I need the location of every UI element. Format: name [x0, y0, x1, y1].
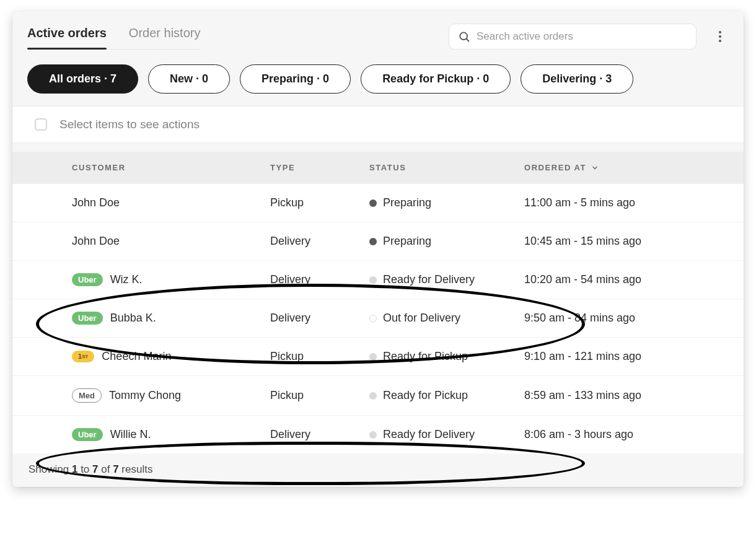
search-icon [458, 30, 470, 43]
status-dot-icon [369, 276, 377, 284]
customer-cell: John Doe [72, 196, 270, 209]
table-row[interactable]: 1STCheech MarinPickupReady for Pickup9:1… [12, 337, 744, 375]
ordered-at-cell: 10:45 am - 15 mins ago [524, 235, 729, 248]
ordered-at-cell: 9:50 am - 84 mins ago [524, 312, 729, 325]
type-cell: Delivery [270, 273, 369, 286]
status-cell: Ready for Delivery [369, 428, 524, 441]
results-summary: Showing 1 to 7 of 7 results [12, 453, 744, 479]
search-box[interactable] [449, 24, 697, 50]
table-row[interactable]: John DoePickupPreparing11:00 am - 5 mins… [12, 183, 744, 222]
status-cell: Preparing [369, 235, 524, 248]
type-cell: Delivery [270, 312, 369, 325]
ordered-at-cell: 9:10 am - 121 mins ago [524, 350, 729, 363]
tab-active-orders[interactable]: Active orders [27, 24, 107, 49]
customer-cell: John Doe [72, 235, 270, 248]
table-row[interactable]: UberWiz K.DeliveryReady for Delivery10:2… [12, 260, 744, 299]
status-text: Ready for Delivery [383, 273, 475, 286]
status-cell: Preparing [369, 196, 524, 209]
type-cell: Delivery [270, 235, 369, 248]
ordered-at-cell: 10:20 am - 54 mins ago [524, 273, 729, 286]
ordered-at-cell: 11:00 am - 5 mins ago [524, 196, 729, 209]
col-customer[interactable]: CUSTOMER [72, 163, 270, 172]
type-cell: Pickup [270, 350, 369, 363]
select-all-checkbox[interactable] [35, 118, 47, 131]
status-text: Ready for Pickup [383, 350, 468, 363]
status-text: Preparing [383, 235, 431, 248]
status-dot-icon [369, 238, 377, 245]
ordered-at-cell: 8:59 am - 133 mins ago [524, 389, 729, 402]
status-cell: Ready for Pickup [369, 350, 524, 363]
type-cell: Delivery [270, 428, 369, 441]
status-dot-icon [369, 315, 377, 322]
source-badge: Med [72, 388, 102, 403]
source-badge: Uber [72, 312, 103, 325]
customer-cell: MedTommy Chong [72, 388, 270, 403]
type-cell: Pickup [270, 389, 369, 402]
orders-panel: Active orders Order history All orders ·… [12, 11, 744, 487]
customer-name: Wiz K. [110, 273, 143, 286]
status-dot-icon [369, 392, 377, 400]
status-cell: Ready for Delivery [369, 273, 524, 286]
customer-name: Cheech Marin [102, 350, 171, 363]
table-row[interactable]: UberBubba K.DeliveryOut for Delivery9:50… [12, 299, 744, 337]
bulk-select-bar: Select items to see actions [12, 106, 744, 143]
filter-chips: All orders · 7New · 0Preparing · 0Ready … [12, 50, 744, 106]
orders-table: CUSTOMER TYPE STATUS ORDERED AT John Doe… [12, 152, 744, 453]
top-bar: Active orders Order history [12, 11, 744, 50]
kebab-dot-icon [719, 31, 721, 33]
tabs: Active orders Order history [27, 24, 200, 50]
status-text: Ready for Pickup [383, 389, 468, 402]
status-text: Preparing [383, 196, 431, 209]
source-badge: Uber [72, 273, 103, 286]
filter-chip-preparing[interactable]: Preparing · 0 [240, 64, 351, 94]
status-dot-icon [369, 353, 377, 361]
col-ordered-at[interactable]: ORDERED AT [524, 163, 729, 172]
customer-cell: 1STCheech Marin [72, 350, 270, 363]
status-cell: Ready for Pickup [369, 389, 524, 402]
table-row[interactable]: UberWillie N.DeliveryReady for Delivery8… [12, 415, 744, 453]
svg-line-1 [467, 39, 469, 42]
customer-name: Tommy Chong [109, 389, 181, 402]
source-badge: 1ST [72, 351, 94, 362]
table-row[interactable]: MedTommy ChongPickupReady for Pickup8:59… [12, 375, 744, 415]
table-row[interactable]: John DoeDeliveryPreparing10:45 am - 15 m… [12, 222, 744, 260]
status-cell: Out for Delivery [369, 312, 524, 325]
source-badge: Uber [72, 428, 103, 441]
customer-cell: UberBubba K. [72, 312, 270, 325]
col-status[interactable]: STATUS [369, 163, 524, 172]
more-menu-button[interactable] [711, 28, 729, 45]
search-input[interactable] [477, 30, 687, 43]
status-dot-icon [369, 431, 377, 439]
select-hint-text: Select items to see actions [59, 118, 200, 131]
status-text: Out for Delivery [383, 312, 460, 325]
table-header: CUSTOMER TYPE STATUS ORDERED AT [12, 152, 744, 183]
filter-chip-delivering[interactable]: Delivering · 3 [521, 64, 633, 94]
filter-chip-all-orders[interactable]: All orders · 7 [27, 64, 138, 94]
status-text: Ready for Delivery [383, 428, 475, 441]
customer-name: Bubba K. [110, 312, 156, 325]
customer-name: Willie N. [110, 428, 151, 441]
chevron-down-icon [591, 164, 599, 172]
tab-order-history[interactable]: Order history [129, 24, 201, 49]
customer-name: John Doe [72, 196, 120, 209]
customer-cell: UberWillie N. [72, 428, 270, 441]
ordered-at-cell: 8:06 am - 3 hours ago [524, 428, 729, 441]
kebab-dot-icon [719, 40, 721, 42]
customer-name: John Doe [72, 235, 120, 248]
status-dot-icon [369, 199, 377, 207]
filter-chip-ready-for-pickup[interactable]: Ready for Pickup · 0 [361, 64, 511, 94]
kebab-dot-icon [719, 35, 721, 38]
filter-chip-new[interactable]: New · 0 [148, 64, 230, 94]
customer-cell: UberWiz K. [72, 273, 270, 286]
col-type[interactable]: TYPE [270, 163, 369, 172]
type-cell: Pickup [270, 196, 369, 209]
